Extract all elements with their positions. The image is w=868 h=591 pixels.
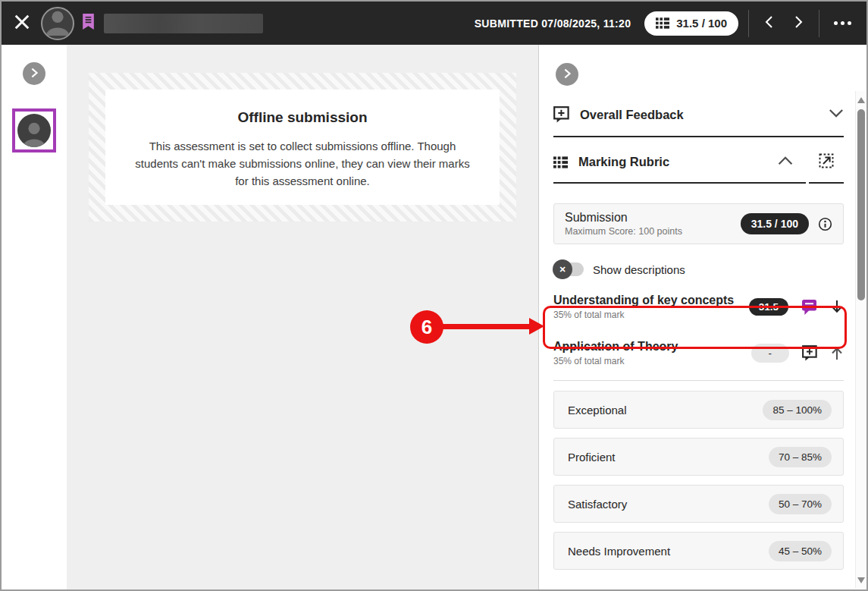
more-options-button[interactable] [829,15,856,31]
rubric-grid-icon [656,17,669,29]
criterion-score-pill[interactable]: - [751,344,790,363]
feedback-panel: Overall Feedback Marking Rubric [538,45,866,589]
offline-notice-box: Offline submission This assessment is se… [89,73,516,222]
level-label: Needs Improvement [568,545,670,558]
expand-rubric-icon [819,153,834,171]
overall-score-value: 31.5 / 100 [676,17,727,30]
scrollbar-thumb[interactable] [857,109,865,300]
scroll-up-arrow[interactable] [857,97,865,103]
criterion-row-understanding[interactable]: Understanding of key concepts 35% of tot… [553,294,844,320]
level-range-pill: 45 – 50% [769,541,832,561]
submission-score-box: Submission Maximum Score: 100 points 31.… [553,203,844,244]
add-feedback-icon[interactable] [802,345,817,361]
criterion-weight: 35% of total mark [553,356,745,366]
submission-sidebar [2,45,67,589]
marking-rubric-header: Marking Rubric [553,149,844,184]
level-card-proficient[interactable]: Proficient 70 – 85% [553,438,844,476]
criterion-title: Understanding of key concepts [553,294,743,307]
marking-rubric-label: Marking Rubric [578,155,766,169]
close-icon [14,14,30,33]
panel-scrollbar[interactable] [855,91,866,588]
expand-sidebar-button[interactable] [23,62,45,85]
level-card-needs-improvement[interactable]: Needs Improvement 45 – 50% [553,532,844,570]
info-icon[interactable] [818,217,832,231]
toggle-off-icon: ✕ [553,259,572,279]
show-descriptions-label: Show descriptions [593,263,685,276]
down-arrow-icon[interactable] [830,299,844,315]
marking-rubric-collapse[interactable]: Marking Rubric [553,149,806,184]
student-name-redacted [104,14,263,33]
chevron-up-icon [777,156,794,169]
submitted-timestamp: SUBMITTED 07/08/2025, 11:20 [475,17,631,30]
submission-viewer: Offline submission This assessment is se… [67,45,538,589]
criterion-row-application[interactable]: Application of Theory 35% of total mark … [553,340,844,366]
scroll-down-arrow[interactable] [857,577,865,583]
criterion-score-pill[interactable]: 31.5 [749,298,788,316]
criterion-weight: 35% of total mark [553,310,743,320]
level-range-pill: 85 – 100% [763,400,832,420]
level-label: Satisfactory [568,498,627,511]
add-feedback-icon [553,106,569,123]
submission-score-pill: 31.5 / 100 [741,213,809,234]
overall-feedback-header[interactable]: Overall Feedback [553,106,844,137]
overall-score-pill[interactable]: 31.5 / 100 [644,11,738,36]
chevron-down-icon [829,108,844,121]
more-options-icon [834,21,838,25]
close-button[interactable] [9,9,35,37]
person-icon [17,114,51,147]
chevron-left-icon [763,14,776,32]
person-icon [42,7,73,39]
topbar: SUBMITTED 07/08/2025, 11:20 31.5 / 100 [2,2,866,45]
rubric-grid-icon [553,156,568,168]
level-label: Proficient [568,451,616,464]
previous-student-button[interactable] [759,10,780,36]
submission-title: Submission [565,211,682,225]
submission-thumbnail[interactable] [12,108,56,152]
up-arrow-icon[interactable] [830,345,844,361]
expand-panel-button[interactable] [556,63,578,86]
show-descriptions-toggle[interactable]: ✕ [555,262,584,276]
level-range-pill: 70 – 85% [769,447,832,467]
submission-notes-icon [82,13,95,33]
grading-window: SUBMITTED 07/08/2025, 11:20 31.5 / 100 [0,0,868,591]
expand-rubric-button[interactable] [809,149,844,184]
overall-feedback-label: Overall Feedback [580,108,818,122]
criteria-divider [553,380,844,381]
next-student-button[interactable] [788,10,809,36]
level-range-pill: 50 – 70% [769,494,832,514]
chevron-right-icon [792,14,804,32]
student-avatar[interactable] [41,7,74,40]
chevron-right-icon [28,67,40,81]
topbar-divider [819,10,819,37]
level-card-satisfactory[interactable]: Satisfactory 50 – 70% [553,485,844,523]
topbar-divider [748,10,749,37]
criterion-title: Application of Theory [553,340,745,354]
chevron-right-icon [561,68,573,82]
level-label: Exceptional [568,404,627,417]
offline-notice-body: This assessment is set to collect submis… [133,137,472,190]
level-card-exceptional[interactable]: Exceptional 85 – 100% [553,391,844,429]
submission-max-score: Maximum Score: 100 points [565,226,682,237]
feedback-comment-icon[interactable] [801,299,817,316]
offline-notice-title: Offline submission [133,109,472,126]
show-descriptions-row: ✕ Show descriptions [553,262,844,276]
